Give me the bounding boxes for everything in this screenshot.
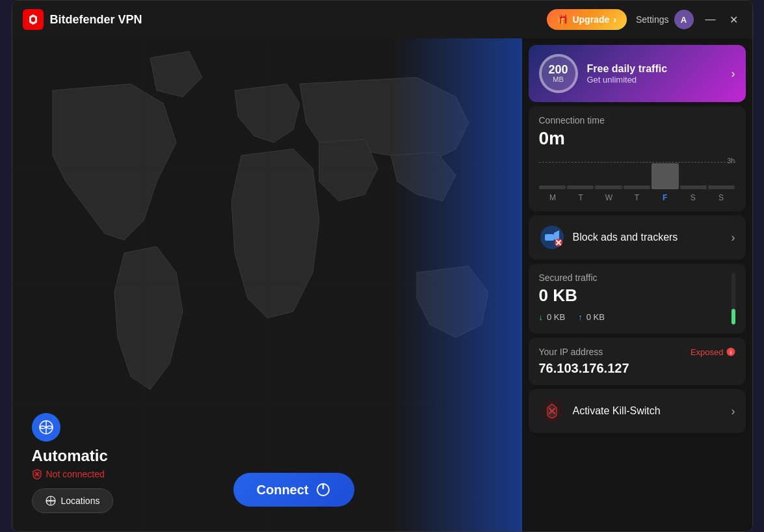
- traffic-text: Free daily traffic Get unlimited: [587, 63, 668, 85]
- location-name: Automatic: [32, 447, 114, 465]
- location-icon: [32, 413, 60, 442]
- power-icon: [315, 482, 331, 498]
- chevron-right-icon: ›: [613, 14, 616, 25]
- bottom-left-overlay: Automatic Not connected: [32, 413, 114, 513]
- chart-bar-w: [595, 185, 622, 189]
- title-bar-right: 🎁 Upgrade › Settings A — ✕: [547, 9, 741, 30]
- app-logo: [23, 9, 44, 30]
- block-ads-left: Block ads and trackers: [539, 224, 678, 250]
- map-area: Automatic Not connected: [12, 38, 522, 532]
- secured-card: Secured traffic 0 KB ↓ 0 KB ↑ 0 KB: [529, 263, 746, 334]
- ip-exposed-status: Exposed i: [691, 347, 735, 357]
- info-icon: i: [726, 347, 735, 356]
- chart-day-t2: T: [623, 193, 651, 202]
- secured-content: Secured traffic 0 KB ↓ 0 KB ↑ 0 KB: [539, 273, 725, 325]
- chart-bar-s2: [708, 185, 735, 189]
- shield-x-icon: [32, 469, 42, 479]
- traffic-chevron-icon: ›: [731, 67, 735, 81]
- chart-dashed-line: [539, 162, 735, 163]
- block-ads-card[interactable]: Block ads and trackers ›: [529, 215, 746, 259]
- secured-download: ↓ 0 KB: [539, 312, 566, 322]
- minimize-button[interactable]: —: [703, 12, 718, 27]
- close-button[interactable]: ✕: [726, 12, 742, 27]
- secured-bar-fill: [731, 309, 735, 325]
- upgrade-button[interactable]: 🎁 Upgrade ›: [547, 9, 626, 30]
- chart-day-m: M: [539, 193, 567, 202]
- chart-day-s1: S: [679, 193, 707, 202]
- connection-card: Connection time 0m 3h M: [529, 106, 746, 211]
- chart-day-t1: T: [567, 193, 595, 202]
- connection-chart: 3h M T W T: [539, 157, 735, 202]
- settings-button[interactable]: Settings A: [636, 10, 694, 29]
- secured-traffic-bar: [731, 273, 735, 325]
- chart-bar-m: [539, 185, 566, 189]
- traffic-circle: 200 MB: [539, 54, 578, 93]
- app-title: Bitdefender VPN: [50, 13, 142, 27]
- chart-day-w: W: [595, 193, 623, 202]
- chart-day-s2: S: [707, 193, 735, 202]
- window-controls: — ✕: [703, 12, 742, 27]
- secured-details: ↓ 0 KB ↑ 0 KB: [539, 312, 725, 322]
- secured-upload: ↑ 0 KB: [578, 312, 605, 322]
- right-panel: 200 MB Free daily traffic Get unlimited …: [522, 38, 752, 532]
- globe-icon: [46, 496, 56, 506]
- kill-switch-chevron-icon: ›: [731, 405, 735, 418]
- chart-day-f: F: [651, 193, 679, 202]
- ip-card: Your IP address Exposed i 76.103.176.127: [529, 338, 746, 385]
- traffic-card[interactable]: 200 MB Free daily traffic Get unlimited …: [529, 45, 746, 102]
- ip-header: Your IP address Exposed i: [539, 347, 735, 357]
- block-ads-icon: [539, 224, 565, 250]
- download-icon: ↓: [539, 312, 544, 322]
- chart-bar-f: [652, 163, 678, 189]
- connect-button[interactable]: Connect: [233, 473, 354, 507]
- upload-icon: ↑: [578, 312, 583, 322]
- block-ads-chevron-icon: ›: [731, 231, 735, 245]
- kill-switch-icon: [539, 398, 565, 424]
- chart-bar-t2: [624, 185, 650, 189]
- app-window: Bitdefender VPN 🎁 Upgrade › Settings A —…: [12, 0, 753, 532]
- avatar: A: [674, 10, 694, 29]
- chart-days: M T W T F S S: [539, 193, 735, 202]
- chart-bar-s1: [680, 185, 707, 189]
- not-connected-status: Not connected: [32, 469, 114, 479]
- svg-rect-16: [545, 234, 554, 241]
- main-content: Automatic Not connected: [12, 38, 752, 532]
- locations-button[interactable]: Locations: [32, 488, 114, 513]
- chart-bar-t1: [567, 185, 594, 189]
- svg-text:i: i: [730, 349, 731, 356]
- traffic-card-left: 200 MB Free daily traffic Get unlimited: [539, 54, 668, 93]
- kill-switch-card[interactable]: Activate Kill-Switch ›: [529, 389, 746, 433]
- title-bar: Bitdefender VPN 🎁 Upgrade › Settings A —…: [12, 1, 752, 38]
- title-bar-left: Bitdefender VPN: [23, 9, 142, 30]
- gift-icon: 🎁: [557, 14, 568, 25]
- kill-switch-left: Activate Kill-Switch: [539, 398, 661, 424]
